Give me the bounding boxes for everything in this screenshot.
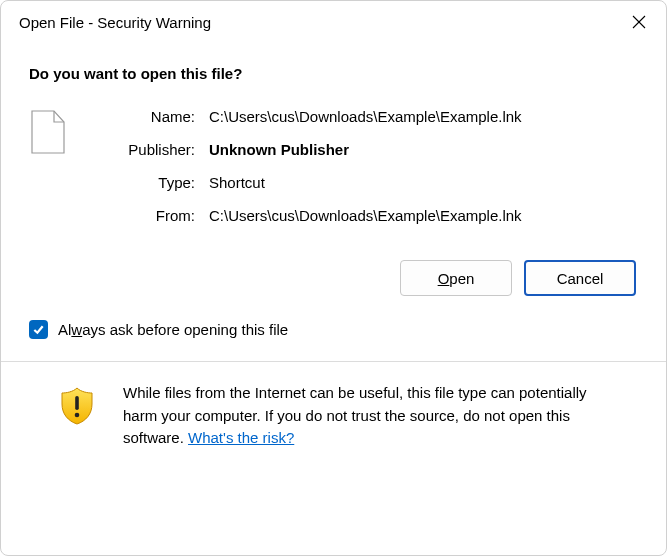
checkmark-icon [32,323,45,336]
svg-point-3 [75,413,80,418]
dialog-heading: Do you want to open this file? [29,65,638,82]
publisher-label: Publisher: [95,141,195,158]
footer: While files from the Internet can be use… [29,362,638,470]
type-label: Type: [95,174,195,191]
cancel-button[interactable]: Cancel [524,260,636,296]
type-value: Shortcut [209,174,638,191]
fields-grid: Name: C:\Users\cus\Downloads\Example\Exa… [95,108,638,224]
button-row: Open Cancel [29,260,638,296]
always-ask-row: Always ask before opening this file [29,320,638,339]
chk-accel: w [71,321,82,338]
publisher-value: Unknown Publisher [209,141,638,158]
titlebar: Open File - Security Warning [1,1,666,43]
from-value: C:\Users\cus\Downloads\Example\Example.l… [209,207,638,224]
open-accel: O [438,270,450,287]
whats-the-risk-link[interactable]: What's the risk? [188,429,294,446]
close-button[interactable] [616,6,662,38]
security-warning-dialog: Open File - Security Warning Do you want… [0,0,667,556]
chk-prefix: Al [58,321,71,338]
shield-warning-icon [57,382,99,429]
always-ask-label[interactable]: Always ask before opening this file [58,321,288,338]
open-rest: pen [449,270,474,287]
name-value: C:\Users\cus\Downloads\Example\Example.l… [209,108,638,125]
file-info-row: Name: C:\Users\cus\Downloads\Example\Exa… [29,108,638,224]
svg-rect-2 [75,396,79,410]
from-label: From: [95,207,195,224]
window-title: Open File - Security Warning [19,14,211,31]
open-button[interactable]: Open [400,260,512,296]
file-icon [29,108,71,224]
name-label: Name: [95,108,195,125]
dialog-content: Do you want to open this file? Name: C:\… [1,43,666,555]
close-icon [632,15,646,29]
chk-suffix: ays ask before opening this file [82,321,288,338]
always-ask-checkbox[interactable] [29,320,48,339]
footer-text: While files from the Internet can be use… [123,382,610,450]
